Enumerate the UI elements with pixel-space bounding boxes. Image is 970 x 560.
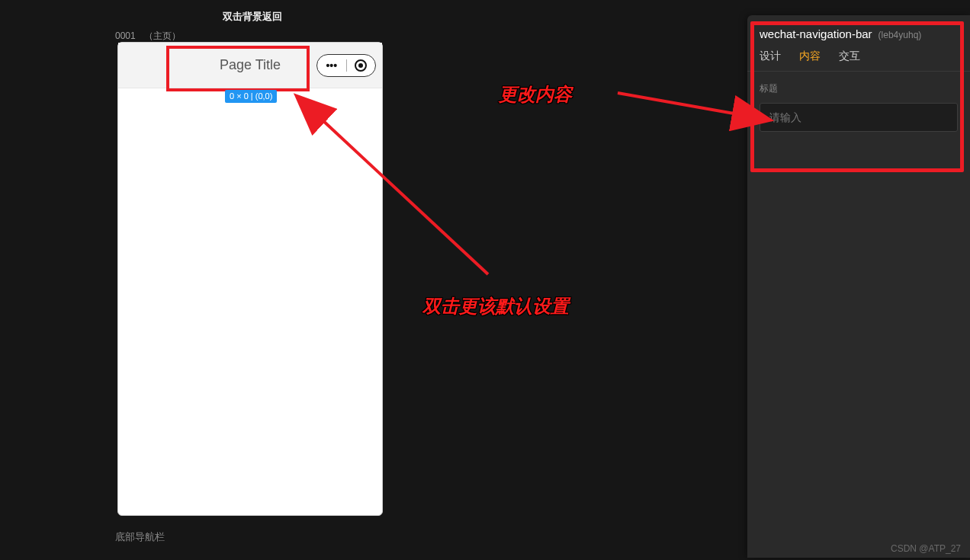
inspector-body: 标题 [747,71,970,142]
page-meta: 0001 （主页） [115,30,181,43]
nav-title[interactable]: Page Title [220,57,281,73]
wechat-navigation-bar[interactable]: Page Title ••• [118,43,382,88]
component-id: (leb4yuhq) [878,30,922,40]
page-name: （主页） [144,30,181,41]
annotation-dblclick: 双击更该默认设置 [422,294,569,318]
annotation-change-content: 更改内容 [499,82,572,107]
close-icon[interactable] [346,59,375,72]
tab-design[interactable]: 设计 [760,50,781,63]
arrow-to-panel [618,93,738,114]
inspector-panel: wechat-navigation-bar (leb4yuhq) 设计 内容 交… [747,15,970,558]
tab-content[interactable]: 内容 [799,50,821,63]
watermark: CSDN @ATP_27 [891,543,961,554]
selection-badge: 0 × 0 | (0,0) [225,90,277,103]
phone-preview[interactable]: Page Title ••• [117,42,383,516]
page-id: 0001 [115,30,136,41]
bottom-nav-label: 底部导航栏 [115,530,165,544]
inspector-header: wechat-navigation-bar (leb4yuhq) [747,15,970,50]
title-input[interactable] [760,103,958,132]
top-hint: 双击背景返回 [223,10,282,24]
inspector-tabs: 设计 内容 交互 [747,50,970,71]
tab-interaction[interactable]: 交互 [839,50,860,63]
capsule-button[interactable]: ••• [316,54,376,77]
more-icon[interactable]: ••• [317,59,346,72]
component-name: wechat-navigation-bar [760,27,872,40]
field-label-title: 标题 [760,82,958,95]
